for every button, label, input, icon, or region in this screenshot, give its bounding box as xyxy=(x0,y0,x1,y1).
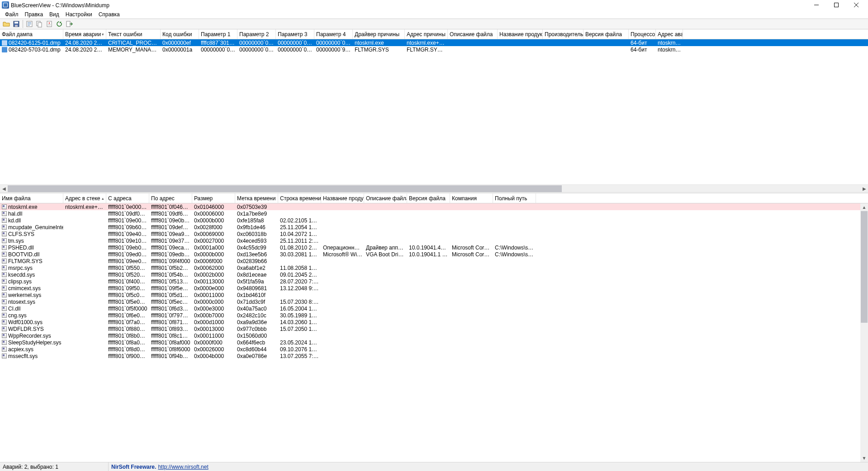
driver-row[interactable]: WppRecorder.sysfffff801`0f8b0000fffff801… xyxy=(0,332,860,339)
exit-button[interactable] xyxy=(65,19,74,28)
refresh-button[interactable] xyxy=(55,19,64,28)
column-header[interactable]: Описание файла xyxy=(448,29,498,39)
scroll-right-icon[interactable]: ▶ xyxy=(860,185,868,193)
driver-row[interactable]: CI.dllfffff801`0f5f0000fffff801`0f6d3000… xyxy=(0,305,860,312)
column-header[interactable]: С адреса xyxy=(106,193,149,203)
column-header[interactable]: Размер xyxy=(192,193,235,203)
column-header[interactable]: Адрес в стеке xyxy=(63,193,106,203)
cell xyxy=(63,258,106,264)
column-header[interactable]: Строка времени xyxy=(278,193,321,203)
driver-row[interactable]: msrpc.sysfffff801`0f550000fffff801`0f5b2… xyxy=(0,264,860,271)
driver-row[interactable]: hal.dllfffff801`09df0000fffff801`09df600… xyxy=(0,210,860,217)
driver-row[interactable]: PSHED.dllfffff801`09eb0000fffff801`09eca… xyxy=(0,244,860,251)
menubar: ФайлПравкаВидНастройкиСправка xyxy=(0,10,868,19)
menu-справка[interactable]: Справка xyxy=(95,10,123,19)
driver-row[interactable]: clipsp.sysfffff801`0f400000fffff801`0f51… xyxy=(0,278,860,285)
cell xyxy=(493,264,536,271)
cell xyxy=(364,292,407,298)
vscroll-track[interactable] xyxy=(860,211,868,454)
menu-вид[interactable]: Вид xyxy=(46,10,62,19)
cell: tm.sys xyxy=(0,237,63,244)
cell xyxy=(63,353,106,359)
menu-настройки[interactable]: Настройки xyxy=(62,10,95,19)
driver-row[interactable]: CLFS.SYSfffff801`09e40000fffff801`09ea90… xyxy=(0,231,860,237)
dump-row[interactable]: 082420-5703-01.dmp24.08.2020 21:01:09MEM… xyxy=(0,46,868,53)
maximize-button[interactable] xyxy=(826,0,846,10)
column-header[interactable]: Версия файла xyxy=(583,29,629,39)
status-link[interactable]: NirSoft Freeware. http://www.nirsoft.net xyxy=(109,462,211,471)
dump-row[interactable]: 082420-6125-01.dmp24.08.2020 21:20:21CRI… xyxy=(0,39,868,46)
close-button[interactable] xyxy=(846,0,866,10)
driver-row[interactable]: ntoskrnl.exentoskrnl.exe+9177f2fffff801`… xyxy=(0,203,860,210)
cell xyxy=(63,325,106,332)
status-url[interactable]: http://www.nirsoft.net xyxy=(158,464,208,470)
column-header[interactable]: Параметр 2 xyxy=(237,29,276,39)
menu-файл[interactable]: Файл xyxy=(2,10,22,19)
column-header[interactable]: Полный путь xyxy=(493,193,536,203)
driver-row[interactable]: BOOTVID.dllfffff801`09ed0000fffff801`09e… xyxy=(0,251,860,258)
cell xyxy=(63,251,106,258)
driver-row[interactable]: SleepStudyHelper.sysfffff801`0f8a0000fff… xyxy=(0,339,860,346)
column-header[interactable]: Время аварии xyxy=(63,29,106,39)
vscroll-thumb[interactable] xyxy=(861,211,868,323)
column-header[interactable]: Производитель xyxy=(543,29,583,39)
driver-row[interactable]: werkernel.sysfffff801`0f5c0000fffff801`0… xyxy=(0,292,860,298)
column-header[interactable]: Код ошибки xyxy=(161,29,199,39)
column-header[interactable]: Метка времени xyxy=(235,193,278,203)
column-header[interactable]: Компания xyxy=(450,193,493,203)
column-header[interactable]: Имя файла xyxy=(0,193,63,203)
cell: C:\Windows\syste… xyxy=(493,251,536,258)
driver-row[interactable]: WDFLDR.SYSfffff801`0f880000fffff801`0f89… xyxy=(0,325,860,332)
cell: ntoskrnl.exe+9177f2 xyxy=(63,203,106,210)
column-header[interactable]: Название продукта xyxy=(321,193,364,203)
driver-row[interactable]: kd.dllfffff801`09e00000fffff801`09e0b000… xyxy=(0,217,860,224)
column-header[interactable]: Адрес причины xyxy=(405,29,448,39)
properties-button[interactable] xyxy=(25,19,34,28)
dumps-hscroll[interactable]: ◀ ▶ xyxy=(0,184,868,192)
column-header[interactable]: Адрес ава xyxy=(656,29,683,39)
hscroll-thumb[interactable] xyxy=(8,185,562,192)
column-header[interactable]: Параметр 4 xyxy=(314,29,353,39)
hscroll-track[interactable] xyxy=(8,185,860,193)
column-header[interactable]: Описание файла xyxy=(364,193,407,203)
driver-row[interactable]: FLTMGR.SYSfffff801`09ee0000fffff801`09f4… xyxy=(0,258,860,264)
scroll-up-icon[interactable]: ▲ xyxy=(860,203,868,211)
column-header[interactable]: Текст ошибки xyxy=(106,29,161,39)
options-button[interactable] xyxy=(45,19,54,28)
column-header[interactable]: Файл дампа xyxy=(0,29,63,39)
column-header[interactable]: Параметр 3 xyxy=(276,29,314,39)
titlebar[interactable]: BlueScreenView - C:\Windows\Minidump xyxy=(0,0,868,10)
copy-button[interactable] xyxy=(35,19,44,28)
column-header[interactable]: Драйвер причины xyxy=(353,29,405,39)
drivers-vscroll[interactable]: ▲ ▼ xyxy=(860,203,868,462)
column-header[interactable]: Название продукта xyxy=(498,29,543,39)
cell: fffff801`09e37000 xyxy=(149,237,192,244)
menu-правка[interactable]: Правка xyxy=(22,10,47,19)
save-button[interactable] xyxy=(12,19,21,28)
svg-point-8 xyxy=(49,23,50,24)
driver-row[interactable]: acpiex.sysfffff801`0f8d0000fffff801`0f8f… xyxy=(0,346,860,353)
cell: fffff801`09b60000 xyxy=(106,224,149,231)
driver-row[interactable]: cmimcext.sysfffff801`09f50000fffff801`09… xyxy=(0,285,860,292)
scroll-left-icon[interactable]: ◀ xyxy=(0,185,8,193)
drivers-body[interactable]: ntoskrnl.exentoskrnl.exe+9177f2fffff801`… xyxy=(0,203,860,462)
column-header[interactable]: Процессор xyxy=(629,29,656,39)
driver-row[interactable]: mssecflt.sysfffff801`0f900000fffff801`0f… xyxy=(0,353,860,359)
column-header[interactable]: По адрес xyxy=(149,193,192,203)
scroll-down-icon[interactable]: ▼ xyxy=(860,454,868,462)
driver-row[interactable]: ksecdd.sysfffff801`0f520000fffff801`0f54… xyxy=(0,271,860,278)
cell: 30.03.2081 14:36:22 xyxy=(278,251,321,258)
column-header[interactable]: Версия файла xyxy=(407,193,450,203)
dumps-body[interactable]: 082420-6125-01.dmp24.08.2020 21:20:21CRI… xyxy=(0,39,868,184)
driver-row[interactable]: ntosext.sysfffff801`0f5e0000fffff801`0f5… xyxy=(0,298,860,305)
minimize-button[interactable] xyxy=(806,0,826,10)
open-button[interactable] xyxy=(2,19,11,28)
cell xyxy=(450,285,493,292)
column-header[interactable]: Параметр 1 xyxy=(199,29,237,39)
cell: 0xa0e0786e xyxy=(235,353,278,359)
cell: ntoskrnl.exe xyxy=(353,39,405,46)
driver-row[interactable]: mcupdate_GenuineIntel.dllfffff801`09b600… xyxy=(0,224,860,231)
driver-row[interactable]: cng.sysfffff801`0f6e0000fffff801`0f79700… xyxy=(0,312,860,319)
driver-row[interactable]: tm.sysfffff801`09e10000fffff801`09e37000… xyxy=(0,237,860,244)
driver-row[interactable]: Wdf01000.sysfffff801`0f7a0000fffff801`0f… xyxy=(0,319,860,325)
